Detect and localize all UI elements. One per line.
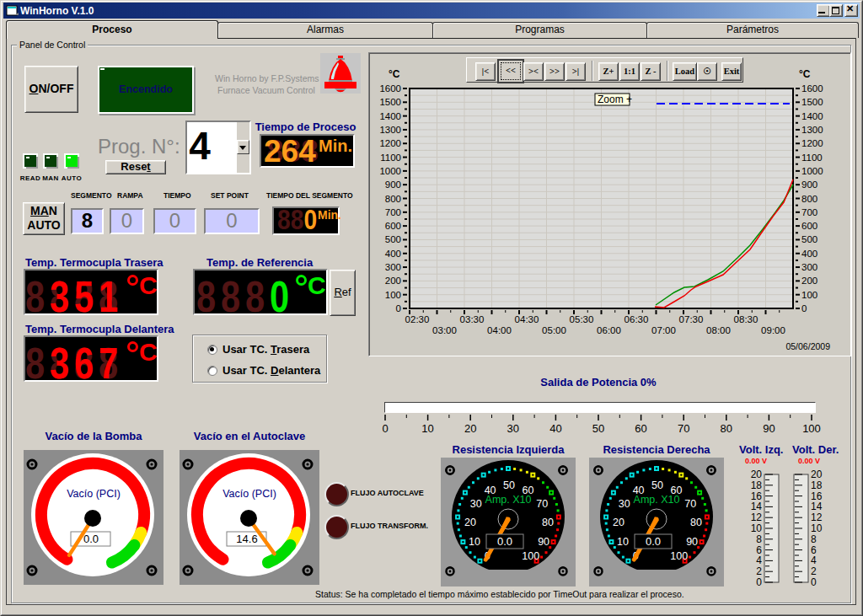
- svg-text:20: 20: [811, 469, 823, 480]
- svg-text:06:00: 06:00: [597, 325, 621, 335]
- svg-text:16: 16: [811, 490, 823, 502]
- svg-text:08:00: 08:00: [706, 325, 731, 335]
- svg-text:04:30: 04:30: [515, 314, 539, 324]
- svg-text:18: 18: [751, 479, 763, 491]
- svg-text:14: 14: [751, 501, 763, 512]
- svg-text:0.0: 0.0: [497, 535, 512, 548]
- svg-text:1300: 1300: [379, 125, 401, 135]
- svg-text:05:30: 05:30: [570, 314, 594, 324]
- svg-text:2: 2: [756, 565, 762, 577]
- svg-text:12: 12: [811, 512, 823, 523]
- svg-text:16: 16: [751, 490, 763, 502]
- svg-text:1500: 1500: [379, 97, 401, 107]
- svg-text:2: 2: [811, 565, 817, 577]
- svg-text:80: 80: [690, 517, 702, 528]
- svg-text:0: 0: [756, 576, 762, 588]
- svg-text:0.0: 0.0: [646, 535, 661, 548]
- svg-text:80: 80: [721, 422, 732, 435]
- svg-text:05/06/2009: 05/06/2009: [785, 341, 830, 351]
- svg-text:800: 800: [801, 194, 817, 204]
- svg-text:60: 60: [635, 422, 646, 435]
- svg-text:80: 80: [542, 517, 554, 528]
- svg-text:500: 500: [385, 234, 401, 244]
- svg-text:500: 500: [801, 234, 817, 244]
- svg-text:20: 20: [464, 422, 476, 435]
- svg-text:300: 300: [801, 262, 817, 272]
- svg-text:50: 50: [651, 479, 663, 491]
- svg-text:02:30: 02:30: [405, 314, 430, 324]
- svg-text:03:30: 03:30: [460, 314, 485, 324]
- svg-text:°C: °C: [799, 68, 811, 80]
- svg-text:12: 12: [751, 512, 763, 523]
- svg-text:09:00: 09:00: [761, 325, 785, 335]
- svg-text:14: 14: [811, 501, 823, 512]
- svg-text:10: 10: [617, 536, 629, 548]
- svg-text:700: 700: [801, 207, 817, 217]
- svg-text:0.0: 0.0: [83, 533, 99, 545]
- svg-text:1400: 1400: [801, 111, 823, 121]
- svg-text:20: 20: [751, 469, 763, 480]
- svg-text:03:00: 03:00: [432, 325, 457, 335]
- svg-text:1200: 1200: [801, 138, 823, 148]
- svg-text:Amp. X10: Amp. X10: [634, 494, 680, 506]
- svg-text:90: 90: [763, 422, 775, 435]
- svg-text:300: 300: [385, 262, 401, 272]
- svg-text:600: 600: [385, 221, 401, 231]
- svg-text:30: 30: [507, 422, 519, 435]
- svg-text:8: 8: [811, 533, 817, 545]
- svg-text:0: 0: [396, 303, 401, 313]
- svg-text:900: 900: [385, 179, 401, 190]
- svg-text:05:00: 05:00: [542, 325, 566, 335]
- svg-text:04:00: 04:00: [487, 325, 512, 335]
- svg-text:0: 0: [811, 576, 817, 588]
- svg-text:40: 40: [549, 422, 561, 435]
- svg-text:1100: 1100: [380, 153, 401, 163]
- svg-text:1200: 1200: [379, 138, 401, 148]
- svg-text:100: 100: [385, 290, 401, 300]
- svg-text:20: 20: [613, 517, 624, 528]
- svg-text:70: 70: [536, 498, 548, 510]
- svg-text:30: 30: [470, 498, 482, 510]
- svg-text:07:00: 07:00: [651, 325, 676, 335]
- svg-text:400: 400: [801, 249, 817, 259]
- svg-text:4: 4: [811, 554, 817, 566]
- svg-text:100: 100: [801, 290, 817, 300]
- svg-text:1600: 1600: [379, 83, 401, 94]
- svg-text:100: 100: [670, 550, 688, 562]
- svg-text:100: 100: [802, 422, 821, 435]
- svg-text:1300: 1300: [801, 125, 823, 135]
- svg-text:Zoom +: Zoom +: [598, 94, 632, 105]
- svg-text:4: 4: [756, 554, 762, 566]
- svg-text:08:30: 08:30: [734, 314, 758, 324]
- svg-text:°C: °C: [389, 68, 400, 80]
- svg-text:70: 70: [684, 498, 696, 510]
- svg-text:800: 800: [385, 194, 401, 204]
- svg-text:6: 6: [756, 544, 762, 556]
- svg-text:900: 900: [801, 179, 817, 190]
- svg-text:1000: 1000: [801, 166, 823, 176]
- svg-text:18: 18: [811, 479, 823, 491]
- svg-text:1400: 1400: [379, 111, 401, 121]
- svg-text:06:30: 06:30: [624, 314, 649, 324]
- svg-text:20: 20: [464, 517, 476, 528]
- svg-text:200: 200: [801, 276, 817, 286]
- svg-text:90: 90: [538, 536, 549, 548]
- svg-text:1500: 1500: [801, 97, 823, 107]
- svg-text:Amp. X10: Amp. X10: [485, 494, 532, 506]
- svg-text:10: 10: [751, 522, 763, 534]
- svg-text:100: 100: [522, 550, 539, 562]
- svg-text:700: 700: [385, 207, 401, 217]
- svg-text:1100: 1100: [801, 153, 823, 163]
- svg-text:10: 10: [811, 522, 823, 534]
- svg-text:6: 6: [811, 544, 817, 556]
- svg-text:50: 50: [503, 479, 515, 491]
- svg-text:200: 200: [385, 276, 401, 286]
- svg-text:0: 0: [382, 422, 388, 435]
- svg-text:90: 90: [686, 536, 698, 548]
- svg-text:14.6: 14.6: [236, 533, 257, 545]
- svg-text:70: 70: [678, 422, 689, 435]
- svg-text:10: 10: [469, 536, 480, 548]
- svg-text:1000: 1000: [379, 166, 401, 176]
- svg-text:0: 0: [801, 303, 807, 313]
- svg-text:1600: 1600: [801, 83, 823, 94]
